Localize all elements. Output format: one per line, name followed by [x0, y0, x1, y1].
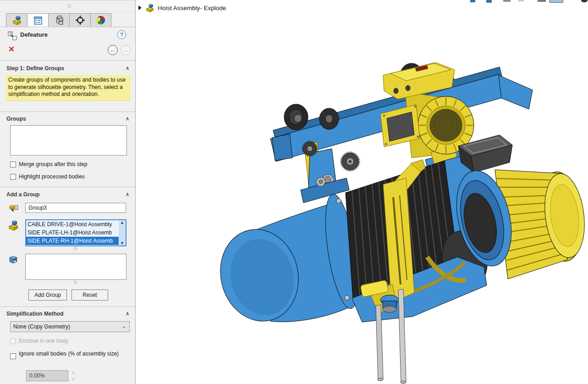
group-name-icon [9, 203, 19, 213]
highlight-bodies-checkbox-row: Highlight processed bodies [10, 173, 85, 180]
defeature-icon [7, 31, 17, 41]
add-group-button[interactable]: Add Group [28, 289, 67, 301]
spinner-down-arrow[interactable]: ∨ [70, 377, 77, 381]
simplification-section-header[interactable]: Simplification Method [6, 311, 64, 317]
scroll-down-arrow[interactable]: ▼ [120, 241, 124, 245]
forward-button[interactable]: → [121, 45, 131, 55]
display-manager-icon [96, 15, 106, 25]
tab-bar-underline [0, 27, 135, 27]
bodies-selection-list[interactable] [25, 254, 126, 280]
bodies-list-resize-handle[interactable] [74, 281, 77, 284]
enclose-checkbox-row: Enclose in one body [10, 338, 68, 345]
component-list-item-selected[interactable]: SIDE PLATE-RH-1@Hoist Assemb [26, 237, 120, 245]
divider [0, 187, 135, 187]
divider [0, 60, 135, 61]
ignore-small-bodies-label: Ignore small bodies (% of assembly size) [19, 351, 124, 357]
step1-collapse-icon[interactable]: ∧ [126, 65, 129, 71]
tab-featuremanager[interactable] [6, 13, 27, 27]
fan-grille [430, 109, 462, 141]
manager-tab-bar [6, 13, 111, 27]
assembly-icon [12, 15, 22, 25]
step1-instruction-message: Create groups of components and bodies t… [6, 75, 131, 101]
simplification-method-dropdown[interactable]: None (Copy Geometry) ⌄ [10, 321, 130, 332]
components-list-scrollbar: ▲ ▼ [119, 220, 126, 245]
back-button[interactable]: ← [108, 45, 118, 55]
divider [0, 111, 135, 112]
groups-collapse-icon[interactable]: ∧ [126, 116, 129, 122]
panel-splitter-handle[interactable] [67, 4, 71, 8]
step1-section-header[interactable]: Step 1: Define Groups [6, 65, 64, 72]
enclose-checkbox[interactable] [10, 338, 16, 344]
highlight-bodies-checkbox[interactable] [10, 174, 16, 180]
simplification-collapse-icon[interactable]: ∧ [126, 311, 129, 317]
defeature-property-manager: Defeature ? ✕ ← → Step 1: Define Groups … [0, 0, 136, 384]
size-spinner-arrows: ∧ ∨ [70, 370, 77, 381]
graphics-area[interactable]: Hoist Assembly- Explode [136, 0, 588, 384]
add-group-section-header[interactable]: Add a Group [6, 191, 40, 198]
highlight-bodies-label: Highlight processed bodies [19, 173, 85, 180]
components-selection-list[interactable]: CABLE DRIVE-1@Hoist Assembly SIDE PLATE-… [25, 219, 126, 246]
close-button[interactable]: ✕ [8, 45, 15, 54]
panel-top-strip [0, 0, 135, 12]
enclose-label: Enclose in one body [19, 338, 68, 345]
chevron-down-icon: ⌄ [121, 323, 126, 329]
bodies-selection-icon [8, 255, 19, 266]
divider [0, 306, 135, 307]
winch-drum[interactable] [211, 152, 493, 329]
scroll-up-arrow[interactable]: ▲ [120, 220, 124, 225]
tab-propertymanager[interactable] [27, 13, 48, 28]
merge-groups-checkbox-row: Merge groups after this step [10, 161, 87, 168]
reset-button[interactable]: Reset [71, 289, 108, 301]
component-list-item[interactable]: CABLE DRIVE-1@Hoist Assembly [26, 220, 120, 228]
configuration-manager-icon [54, 15, 64, 25]
groups-list[interactable] [10, 125, 127, 156]
dropdown-selected-value: None (Copy Geometry) [13, 323, 70, 330]
dimxpert-icon [75, 15, 85, 25]
component-list-item[interactable]: SIDE PLATE-LH-1@Hoist Assemb [26, 228, 120, 237]
trolley-end-bracket[interactable] [499, 75, 533, 109]
merge-groups-label: Merge groups after this step [19, 161, 87, 168]
groups-section-header[interactable]: Groups [6, 116, 26, 122]
property-manager-icon [33, 16, 43, 26]
tab-dimxpertmanager[interactable] [69, 13, 90, 27]
trolley-left-bracket[interactable] [272, 134, 292, 161]
merge-groups-checkbox[interactable] [10, 161, 16, 167]
defeature-header: Defeature ? [0, 30, 135, 42]
solidworks-window: Defeature ? ✕ ← → Step 1: Define Groups … [0, 0, 588, 384]
group-name-input[interactable]: Group3 [25, 203, 126, 213]
small-body-size-input[interactable]: 0.00% [26, 370, 68, 381]
panel-title: Defeature [20, 31, 48, 38]
panel-nav-row: ✕ ← → [0, 45, 135, 56]
ignore-small-bodies-checkbox[interactable] [10, 353, 16, 359]
tab-configurationmanager[interactable] [48, 13, 69, 27]
add-group-collapse-icon[interactable]: ∧ [126, 191, 129, 197]
ignore-small-bodies-checkbox-row: Ignore small bodies (% of assembly size) [10, 351, 124, 359]
help-button[interactable]: ? [117, 30, 126, 39]
tab-displaymanager[interactable] [90, 13, 111, 27]
components-selection-icon [8, 220, 19, 231]
hoist-assembly-model[interactable] [136, 0, 588, 384]
spinner-up-arrow[interactable]: ∧ [70, 370, 77, 375]
components-list-resize-handle[interactable] [74, 247, 77, 250]
